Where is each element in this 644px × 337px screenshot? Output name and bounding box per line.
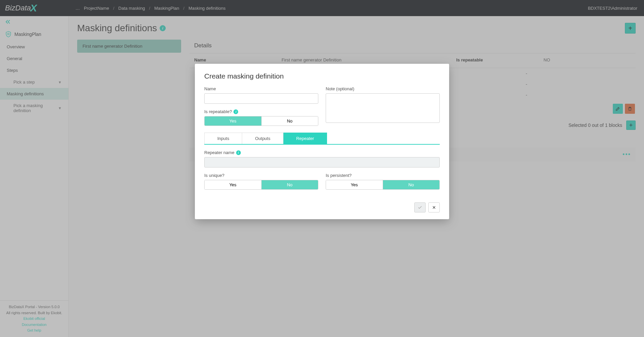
is-unique-yes[interactable]: Yes: [205, 180, 261, 189]
check-icon: [418, 205, 422, 210]
info-icon[interactable]: i: [236, 150, 241, 155]
confirm-button[interactable]: [414, 202, 426, 212]
name-label: Name: [204, 86, 318, 91]
name-input[interactable]: [204, 93, 318, 104]
note-label: Note (optional): [326, 86, 440, 91]
info-icon[interactable]: i: [233, 109, 238, 114]
repeater-name-label: Repeater name i: [204, 150, 440, 155]
cancel-button[interactable]: [428, 202, 440, 212]
tab-inputs[interactable]: Inputs: [204, 133, 242, 144]
is-repeatable-yes[interactable]: Yes: [205, 116, 261, 126]
is-unique-label: Is unique?: [204, 173, 318, 178]
close-icon: [432, 205, 436, 209]
is-persistent-label: Is persistent?: [326, 173, 440, 178]
is-repeatable-toggle: Yes No: [204, 116, 318, 126]
modal-tabs: Inputs Outputs Repeater: [204, 133, 440, 145]
is-persistent-yes[interactable]: Yes: [326, 180, 383, 189]
is-unique-no[interactable]: No: [261, 180, 318, 189]
tab-repeater[interactable]: Repeater: [283, 133, 327, 144]
is-persistent-no[interactable]: No: [383, 180, 440, 189]
is-persistent-toggle: Yes No: [326, 180, 440, 190]
tab-outputs[interactable]: Outputs: [242, 133, 283, 144]
is-repeatable-label: Is repeatable? i: [204, 109, 318, 114]
note-textarea[interactable]: [326, 93, 440, 123]
is-unique-toggle: Yes No: [204, 180, 318, 190]
create-definition-modal: Create masking definition Name Is repeat…: [195, 64, 449, 219]
repeater-name-input[interactable]: [204, 157, 440, 167]
is-repeatable-no[interactable]: No: [261, 116, 318, 126]
modal-title: Create masking definition: [204, 72, 440, 80]
modal-overlay: Create masking definition Name Is repeat…: [0, 0, 644, 337]
